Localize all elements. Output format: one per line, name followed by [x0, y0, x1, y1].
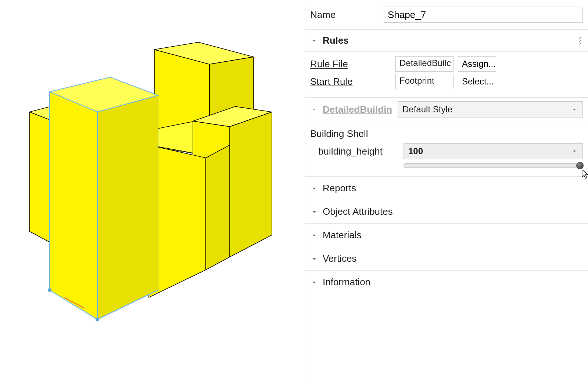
slider-track[interactable] — [404, 163, 583, 168]
building-block-selected[interactable] — [48, 77, 158, 321]
start-rule-label[interactable]: Start Rule — [310, 76, 391, 87]
section-reports[interactable]: Reports — [305, 177, 588, 200]
start-rule-value[interactable]: Footprint — [395, 74, 453, 89]
section-information[interactable]: Information — [305, 271, 588, 294]
select-button[interactable]: Select... — [458, 74, 496, 89]
svg-point-15 — [48, 288, 51, 292]
attr-name-building-height: building_height — [310, 146, 398, 157]
chevron-up-icon — [310, 37, 318, 45]
rule-file-value[interactable]: DetailedBuilc — [395, 56, 453, 72]
rules-body: Rule File DetailedBuilc Assign... Start … — [305, 52, 588, 98]
building-height-slider[interactable] — [404, 163, 583, 170]
style-row: DetailedBuildin Default Style — [305, 98, 588, 123]
chevron-down-icon — [571, 148, 578, 155]
svg-marker-12 — [50, 92, 97, 319]
svg-marker-9 — [206, 145, 230, 270]
rule-file-label[interactable]: Rule File — [310, 58, 391, 70]
svg-marker-4 — [230, 112, 272, 257]
svg-point-16 — [96, 318, 99, 321]
name-label: Name — [310, 9, 384, 21]
attr-block: Building Shell building_height 100 — [305, 123, 588, 177]
slider-thumb[interactable] — [576, 162, 584, 169]
name-input[interactable] — [384, 7, 583, 23]
detailed-building-link[interactable]: DetailedBuildin — [323, 104, 392, 115]
chevron-up-icon — [310, 106, 318, 113]
more-options-icon[interactable] — [579, 37, 583, 44]
name-row: Name — [305, 0, 588, 30]
3d-viewport[interactable] — [0, 0, 305, 380]
building-block-mid — [149, 145, 230, 297]
chevron-down-icon — [310, 255, 318, 263]
style-select[interactable]: Default Style — [398, 101, 583, 117]
attr-value-building-height[interactable]: 100 — [404, 143, 583, 159]
chevron-down-icon — [310, 231, 318, 239]
style-select-value: Default Style — [402, 104, 452, 115]
chevron-down-icon — [310, 184, 318, 192]
svg-marker-11 — [97, 95, 158, 319]
section-rules-header[interactable]: Rules — [305, 30, 588, 52]
chevron-down-icon — [310, 278, 318, 286]
section-vertices[interactable]: Vertices — [305, 247, 588, 271]
chevron-down-icon — [310, 208, 318, 216]
chevron-down-icon — [571, 106, 578, 113]
attr-group-label: Building Shell — [310, 128, 583, 140]
section-object-attributes[interactable]: Object Attributes — [305, 200, 588, 224]
section-rules-title: Rules — [323, 35, 349, 46]
inspector-panel: Name Rules Rule File DetailedBuilc Assig… — [305, 0, 588, 380]
section-materials[interactable]: Materials — [305, 224, 588, 247]
assign-button[interactable]: Assign... — [458, 56, 496, 72]
